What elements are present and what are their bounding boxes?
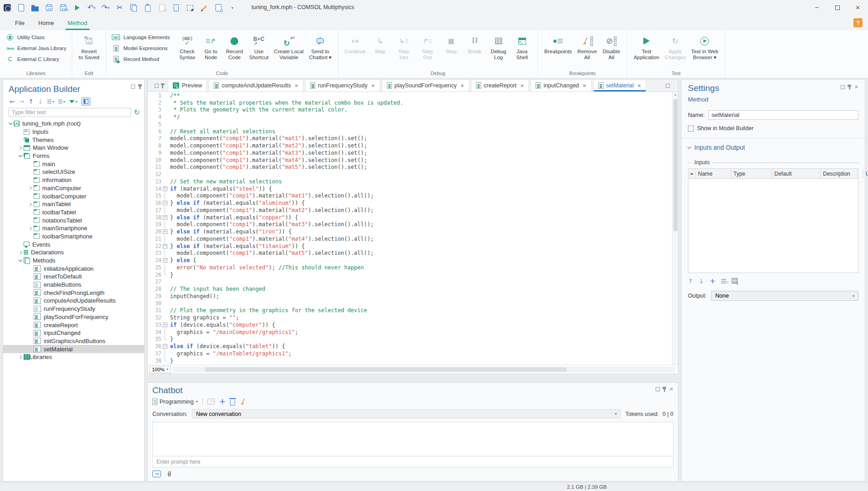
tree-item-toolbarSmartphone[interactable]: toolbarSmartphone xyxy=(3,233,144,241)
send-to-chatbot-button[interactable]: Send to Chatbot ▾ xyxy=(306,32,334,61)
check-syntax-button[interactable]: [ABC]✓ Check Syntax xyxy=(176,32,199,61)
restore-editor-icon[interactable] xyxy=(666,84,670,88)
scroll-up-icon[interactable]: ▴ xyxy=(672,93,678,96)
save-as-button[interactable]: ✎ xyxy=(59,2,67,13)
tree-item-toolbarTablet[interactable]: toolbarTablet xyxy=(3,208,144,217)
chatbot-pin-icon[interactable] xyxy=(664,389,665,392)
tree-item-mainSmartphone[interactable]: mainSmartphone xyxy=(3,224,144,233)
test-in-web-browser-button[interactable]: Test in Web Browser ▾ xyxy=(688,32,721,61)
tree-item-createReport[interactable]: createReport xyxy=(3,321,144,329)
disable-all-button[interactable]: ⊘Disable All xyxy=(600,32,623,61)
float-panel-icon[interactable] xyxy=(131,85,135,89)
tree-item-Themes[interactable]: Themes xyxy=(3,136,144,144)
fold-toggle-icon[interactable] xyxy=(161,243,168,250)
breakpoints-button[interactable]: Breakpoints xyxy=(542,32,575,55)
move-input-up-button[interactable]: ↑ xyxy=(688,278,693,285)
toggle-editor-tools-button[interactable] xyxy=(81,97,90,106)
editor-tab-inputChanged[interactable]: inputChanged✕ xyxy=(531,80,591,91)
tree-expander-icon[interactable] xyxy=(17,356,24,359)
tree-item-initializeApplication[interactable]: initializeApplication xyxy=(3,264,144,273)
find-button[interactable] xyxy=(214,2,222,13)
tree-item-Declarations[interactable]: Declarations xyxy=(3,248,144,257)
stop-button[interactable]: ■Stop xyxy=(439,32,463,55)
editor-tab-runFrequencyStudy[interactable]: runFrequencyStudy✕ xyxy=(305,80,380,91)
close-tab-icon[interactable]: ✕ xyxy=(460,83,464,88)
editor-zoom-select[interactable]: 100%▾ xyxy=(150,366,171,373)
maximize-button[interactable] xyxy=(827,0,848,15)
clear-selection-button[interactable] xyxy=(200,2,208,13)
collapse-list-button[interactable]: ▾ xyxy=(58,100,65,104)
fold-toggle-icon[interactable] xyxy=(161,343,168,350)
editor-float-icon[interactable] xyxy=(155,84,159,88)
tree-item-selectUISize[interactable]: selectUISize xyxy=(3,168,144,176)
tree-item-initGraphicsAndButtons[interactable]: initGraphicsAndButtons xyxy=(3,337,144,345)
delete-conversation-button[interactable] xyxy=(230,398,235,405)
tree-item-Main-Window[interactable]: Main Window xyxy=(3,144,144,152)
settings-float-icon[interactable] xyxy=(841,85,845,89)
utility-class-button[interactable]: Utility Class xyxy=(4,32,46,42)
send-to-editor-button[interactable] xyxy=(207,399,215,405)
output-select[interactable]: None ▾ xyxy=(711,291,858,301)
tree-expander-icon[interactable] xyxy=(17,260,24,261)
paste-button[interactable] xyxy=(144,2,152,13)
open-file-button[interactable] xyxy=(31,2,39,13)
tree-expander-icon[interactable] xyxy=(17,251,24,254)
forward-button[interactable]: → xyxy=(19,98,25,105)
new-conversation-button[interactable]: + xyxy=(219,398,226,405)
tree-item-mainTablet[interactable]: mainTablet xyxy=(3,200,144,208)
help-button[interactable]: ? xyxy=(853,18,863,27)
close-button[interactable]: ✕ xyxy=(848,0,868,15)
tab-home[interactable]: Home xyxy=(31,15,61,30)
tree-item-resetToDefault[interactable]: resetToDefault xyxy=(3,273,144,281)
tree-item-computeAndUpdateResults[interactable]: computeAndUpdateResults xyxy=(3,297,144,305)
filter-button[interactable]: ▾ xyxy=(69,100,77,104)
tree-item-Libraries[interactable]: Libraries xyxy=(3,353,144,361)
column-header-ur[interactable]: Ur xyxy=(863,169,868,178)
external-java-library-button[interactable]: JavaExternal Java Library xyxy=(4,43,68,53)
undo-button[interactable]: ↶▾ xyxy=(87,2,95,13)
method-name-input[interactable] xyxy=(708,110,858,120)
tree-expander-icon[interactable] xyxy=(27,203,34,206)
test-application-button[interactable]: Test Application xyxy=(631,32,662,61)
delete-input-button[interactable] xyxy=(721,279,726,283)
move-up-button[interactable]: ↑ xyxy=(28,98,34,105)
record-code-button[interactable]: Record Code xyxy=(223,32,246,61)
java-shell-button[interactable]: Java Shell xyxy=(510,32,534,61)
tree-item-playSoundForFrequency[interactable]: playSoundForFrequency xyxy=(3,313,144,321)
back-button[interactable]: ← xyxy=(10,98,15,105)
tree-item-notationsTablet[interactable]: notationsTablet xyxy=(3,216,144,224)
prompt-input[interactable] xyxy=(153,459,673,465)
column-header-name[interactable]: Name xyxy=(696,169,731,178)
tab-file[interactable]: File xyxy=(8,15,31,30)
editor-tab-createReport[interactable]: createReport✕ xyxy=(471,80,529,91)
cut-button[interactable]: ✂ xyxy=(115,2,124,13)
chatbot-close-icon[interactable]: ✕ xyxy=(669,387,673,392)
tree-item-tuning-fork-mph[interactable]: Atuning_fork.mph(root) xyxy=(3,120,144,128)
tree-expander-icon[interactable] xyxy=(7,123,14,124)
fold-toggle-icon[interactable] xyxy=(161,214,168,221)
column-header-type[interactable]: Type xyxy=(731,169,772,178)
step-out-button[interactable]: ↱Step Out xyxy=(416,32,439,61)
filter-input[interactable] xyxy=(9,108,131,117)
clear-conversation-button[interactable] xyxy=(240,398,246,405)
tree-expander-icon[interactable] xyxy=(27,227,34,230)
save-button[interactable] xyxy=(45,2,53,13)
language-elements-button[interactable]: ABCLanguage Elements xyxy=(110,32,171,42)
delete-button[interactable] xyxy=(172,2,180,13)
tree-item-inputChanged[interactable]: inputChanged xyxy=(3,329,144,337)
settings-pin-icon[interactable] xyxy=(849,86,850,90)
create-local-variable-button[interactable]: a=↻ Create Local Variable xyxy=(271,32,306,61)
tree-item-mainComputer[interactable]: mainComputer xyxy=(3,184,144,192)
tree-item-checkFindProngLength[interactable]: checkFindProngLength xyxy=(3,289,144,297)
apply-changes-button[interactable]: ↻Apply Changes xyxy=(662,32,688,61)
inputs-and-output-section-header[interactable]: Inputs and Output xyxy=(688,144,858,151)
fold-toggle-icon[interactable] xyxy=(161,257,168,264)
horizontal-scrollbar[interactable] xyxy=(173,367,675,372)
edit-table-button[interactable]: ✎ xyxy=(732,278,738,285)
chatbot-mode-dropdown[interactable]: Programming ▾ xyxy=(152,399,198,405)
tree-expander-icon[interactable] xyxy=(17,147,24,149)
model-expressions-button[interactable]: Model Expressions xyxy=(110,43,169,53)
inputs-table-body[interactable] xyxy=(688,179,858,273)
editor-tab-setMaterial[interactable]: setMaterial✕ xyxy=(593,80,647,91)
editor-tab-computeAndUpdateResults[interactable]: computeAndUpdateResults✕ xyxy=(209,80,303,91)
